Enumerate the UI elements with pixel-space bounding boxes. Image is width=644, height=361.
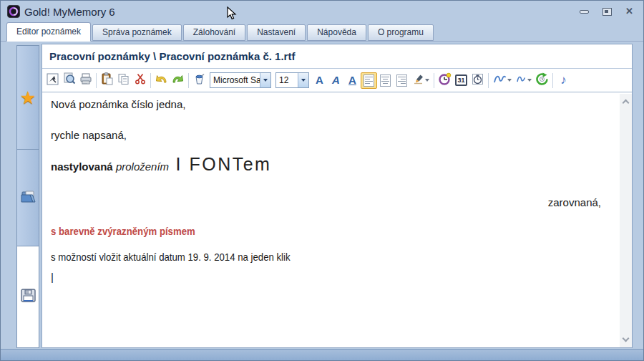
note-line-highlighted: s barevně zvýrazněným písmem: [51, 225, 605, 237]
search-button[interactable]: [61, 72, 77, 89]
highlighter-dropdown-arrow[interactable]: [425, 79, 429, 82]
search-icon: [63, 72, 76, 88]
toolbar-separator: [488, 73, 489, 88]
bold-text-segment: nastylovaná: [51, 160, 116, 173]
underline-icon: A: [348, 74, 356, 87]
date-text-segment: s možností vložit aktuální datum 19. 9. …: [51, 251, 291, 263]
sidebar-item-open[interactable]: [16, 149, 39, 246]
toolbar-separator: [552, 73, 553, 88]
scissors-icon: [135, 73, 146, 87]
preview-button[interactable]: [44, 72, 61, 89]
bold-icon: A: [316, 74, 323, 87]
status-bar: [1, 349, 643, 360]
note-editor[interactable]: Nová poznámka číslo jedna, rychle napsan…: [42, 94, 632, 347]
tab-napoveda[interactable]: Nápověda: [307, 24, 366, 41]
signature-small-scribble-icon: [516, 74, 527, 87]
main-tab-bar: Editor poznámek Správa poznámek Zálohová…: [1, 22, 643, 42]
editor-panel: Pracovní poznámky \ Pracovní poznámka č.…: [42, 44, 633, 348]
scroll-up-button[interactable]: [620, 95, 632, 107]
music-note-button[interactable]: ♪: [555, 72, 572, 89]
copy-button[interactable]: [115, 72, 132, 89]
italic-icon: A: [332, 74, 340, 87]
font-family-select[interactable]: Microsoft Sans Seri: [210, 72, 271, 88]
tab-o-programu[interactable]: O programu: [368, 24, 434, 41]
align-left-icon: [364, 74, 374, 87]
font-size-dropdown-arrow[interactable]: [298, 73, 308, 87]
text-caret: |: [51, 271, 605, 283]
highlighter-icon: [413, 73, 424, 87]
insert-date-button[interactable]: 31: [453, 72, 469, 89]
note-line-right-aligned: zarovnaná,: [51, 196, 601, 208]
save-floppy-icon: [21, 289, 36, 305]
music-note-icon: ♪: [560, 73, 567, 87]
align-right-icon: [396, 74, 407, 87]
note-text[interactable]: Nová poznámka číslo jedna, rychle napsan…: [42, 94, 620, 347]
tab-editor-poznamek[interactable]: Editor poznámek: [6, 22, 91, 42]
open-folder-icon: [20, 190, 36, 206]
redo-arrow-icon: [171, 73, 185, 87]
tab-nastaveni[interactable]: Nastavení: [247, 24, 306, 41]
toolbar-separator: [96, 73, 97, 88]
clock-icon: [438, 72, 452, 89]
signature-dropdown-arrow[interactable]: [507, 79, 512, 82]
sidebar-tab-strip: ★: [16, 45, 39, 348]
bold-button[interactable]: A: [311, 72, 328, 89]
sidebar-item-save[interactable]: [16, 246, 39, 348]
signature-small-button[interactable]: [513, 72, 534, 89]
signature-scribble-icon: [493, 73, 507, 87]
scroll-down-button[interactable]: [620, 334, 632, 346]
undo-arrow-icon: [155, 73, 168, 87]
signature-button[interactable]: [491, 72, 513, 89]
font-size-select[interactable]: 12: [275, 72, 309, 88]
align-left-button[interactable]: [361, 72, 377, 89]
tab-sprava-poznamek[interactable]: Správa poznámek: [92, 24, 182, 41]
note-line: Nová poznámka číslo jedna,: [51, 98, 605, 110]
chevron-up-icon: [623, 100, 630, 107]
toolbar-separator: [150, 73, 151, 88]
redo-button[interactable]: [170, 72, 186, 89]
align-center-button[interactable]: [377, 72, 394, 89]
window-title: Gold! MyMemory 6: [24, 6, 115, 18]
copy-icon: [117, 73, 130, 88]
font-family-value: Microsoft Sans Seri: [210, 75, 260, 85]
insert-time-button[interactable]: [436, 72, 453, 89]
close-button[interactable]: ✕: [625, 7, 633, 16]
format-clear-bucket-icon: [193, 73, 205, 88]
minimize-button[interactable]: [580, 10, 589, 14]
italic-button[interactable]: A: [328, 72, 344, 89]
align-right-button[interactable]: [394, 72, 410, 89]
highlighter-button[interactable]: [410, 72, 431, 89]
print-button[interactable]: [77, 72, 94, 89]
sidebar-item-favorites[interactable]: ★: [16, 45, 39, 150]
app-logo-icon: [7, 5, 20, 18]
paste-button[interactable]: [99, 72, 115, 89]
chevron-down-icon: [623, 335, 630, 342]
display-font-text-segment: I FONTem: [169, 154, 271, 174]
signature-small-dropdown-arrow[interactable]: [527, 79, 532, 82]
maximize-button[interactable]: [602, 8, 612, 16]
app-window: Gold! MyMemory 6 ✕ Editor poznámek Správ…: [0, 0, 644, 361]
toolbar-separator: [188, 73, 189, 88]
paste-clipboard-icon: [101, 72, 113, 88]
align-center-icon: [380, 74, 391, 87]
red-text-segment: s barevně zvýrazněným písmem: [51, 225, 195, 237]
font-size-value: 12: [276, 75, 298, 85]
note-line: nastylovaná proložením I FONTem: [51, 154, 605, 175]
stopwatch-button[interactable]: [469, 72, 486, 89]
font-family-dropdown-arrow[interactable]: [260, 73, 270, 87]
editor-scrollbar[interactable]: [620, 94, 632, 347]
title-bar: Gold! MyMemory 6 ✕: [1, 1, 643, 22]
toolbar-separator: [434, 73, 434, 88]
star-icon: ★: [20, 87, 36, 108]
note-line: rychle napsaná,: [51, 129, 605, 141]
editor-toolbar: Microsoft Sans Seri 12 A A A: [42, 69, 632, 92]
format-clear-button[interactable]: [191, 72, 208, 89]
undo-button[interactable]: [153, 72, 170, 89]
tab-zalohovani[interactable]: Zálohování: [183, 24, 245, 41]
cut-button[interactable]: [132, 72, 148, 89]
window-controls: ✕: [580, 7, 633, 16]
underline-button[interactable]: A: [344, 72, 361, 89]
print-icon: [79, 73, 92, 88]
history-button[interactable]: [534, 72, 550, 89]
stopwatch-icon: [472, 73, 484, 88]
